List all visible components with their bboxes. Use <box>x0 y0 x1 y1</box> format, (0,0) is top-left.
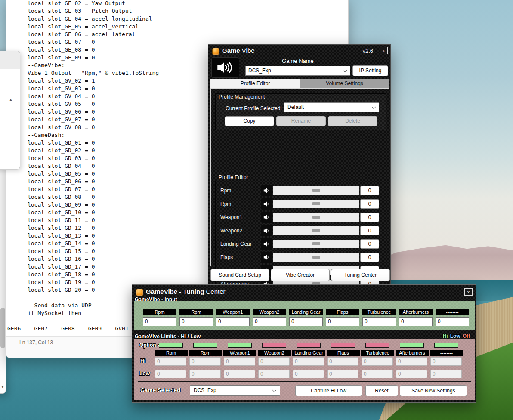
footer-button[interactable]: Sound Card Setup <box>210 269 269 281</box>
input-value-field[interactable]: 0 <box>179 317 213 326</box>
input-value-field[interactable]: 0 <box>362 317 396 326</box>
profile-dropdown[interactable]: Default <box>284 102 379 112</box>
volume-slider[interactable] <box>273 240 359 248</box>
row-value[interactable]: 0 <box>360 226 379 235</box>
hi-value-field[interactable]: 0 <box>258 357 290 366</box>
hi-value-field[interactable]: 0 <box>430 357 462 366</box>
row-value[interactable]: 0 <box>360 213 379 222</box>
hi-value-field[interactable]: 0 <box>224 357 255 366</box>
profile-editor-row: Landing Gear 0 <box>216 237 386 250</box>
mute-toggle[interactable] <box>261 198 272 210</box>
profile-action-button[interactable]: Copy <box>225 116 274 126</box>
mute-toggle[interactable] <box>261 238 272 250</box>
row-value[interactable]: 0 <box>360 253 379 262</box>
profile-buttons: Copy Rename Delete <box>225 116 377 126</box>
hi-value-field[interactable]: 0 <box>327 357 358 366</box>
slider-thumb[interactable] <box>312 256 320 259</box>
option-status-box[interactable] <box>400 343 424 348</box>
hi-value-field[interactable]: 0 <box>396 357 427 366</box>
column-header: Flaps <box>326 309 359 315</box>
mute-toggle[interactable] <box>261 185 272 196</box>
ip-setting-button[interactable]: IP Setting <box>352 65 388 76</box>
volume-slider[interactable] <box>273 253 359 262</box>
profile-action-button[interactable]: Delete <box>328 116 377 126</box>
slider-thumb[interactable] <box>312 229 320 232</box>
close-icon[interactable]: x <box>380 47 388 54</box>
hi-value-field[interactable]: 0 <box>189 357 221 366</box>
option-status-box[interactable] <box>262 343 286 348</box>
mute-toggle[interactable] <box>261 225 272 236</box>
hi-value-field[interactable]: 0 <box>155 357 186 366</box>
volume-slider[interactable] <box>273 213 359 222</box>
input-column: Rpm 0 <box>143 309 176 326</box>
input-value-field[interactable]: 0 <box>253 317 286 326</box>
option-status-box[interactable] <box>297 343 321 348</box>
hi-value-field[interactable]: 0 <box>362 357 393 366</box>
mute-toggle[interactable] <box>261 212 272 223</box>
limit-column: Landing Gear 0 0 <box>292 339 325 381</box>
input-value-field[interactable]: 0 <box>436 317 469 326</box>
column-header: Turbulence <box>361 350 394 356</box>
row-value[interactable]: 0 <box>360 239 379 249</box>
reset-button[interactable]: Reset <box>365 385 398 396</box>
column-header: Weapon2 <box>258 350 291 356</box>
column-header: Weapon1 <box>223 350 256 356</box>
low-value-field[interactable]: 0 <box>224 370 255 378</box>
profile-editor-row: Flaps 0 <box>216 250 386 264</box>
low-value-field[interactable]: 0 <box>293 370 324 378</box>
column-header: Flaps <box>327 350 360 356</box>
scroll-down-icon[interactable]: ▼ <box>1 385 4 389</box>
option-status-box[interactable] <box>228 343 252 348</box>
volume-slider[interactable] <box>273 186 359 195</box>
row-value[interactable]: 0 <box>360 186 379 195</box>
speaker-tile[interactable] <box>211 57 239 78</box>
low-value-field[interactable]: 0 <box>189 370 221 378</box>
input-value-field[interactable]: 0 <box>399 317 433 326</box>
low-value-field[interactable]: 0 <box>430 370 462 378</box>
option-status-box[interactable] <box>434 343 458 348</box>
row-value[interactable]: 0 <box>360 199 379 209</box>
game-name-label: Game Name <box>245 58 350 64</box>
mute-toggle[interactable] <box>261 252 272 263</box>
volume-slider[interactable] <box>273 226 359 235</box>
option-status-box[interactable] <box>193 343 217 348</box>
speaker-icon <box>263 188 270 194</box>
option-status-box[interactable] <box>159 343 183 348</box>
capture-hi-low-button[interactable]: Capture Hi Low <box>295 385 362 396</box>
background-window-panel: ▲ <box>0 51 20 170</box>
low-value-field[interactable]: 0 <box>258 370 290 378</box>
input-column: Flaps 0 <box>326 309 359 326</box>
slider-thumb[interactable] <box>312 242 320 245</box>
close-icon[interactable]: x <box>464 288 473 296</box>
input-column: Afterburners 0 <box>399 309 433 326</box>
slider-thumb[interactable] <box>312 216 320 219</box>
low-value-field[interactable]: 0 <box>396 370 427 378</box>
tab-profile-editor[interactable]: Profile Editor <box>210 79 300 88</box>
game-name-dropdown[interactable]: DCS_Exp <box>245 66 350 76</box>
slider-thumb[interactable] <box>312 202 320 205</box>
option-status-box[interactable] <box>331 343 355 348</box>
input-value-field[interactable]: 0 <box>326 317 359 326</box>
slider-thumb[interactable] <box>312 189 320 192</box>
scrollbar-thumb[interactable] <box>0 308 5 348</box>
low-value-field[interactable]: 0 <box>362 370 393 378</box>
tab-volume-settings[interactable]: Volume Settings <box>300 79 389 88</box>
profile-action-button[interactable]: Rename <box>276 116 326 126</box>
footer-button[interactable]: Tuning Center <box>331 269 390 281</box>
row-label: Weapon1 <box>220 214 261 220</box>
input-value-field[interactable]: 0 <box>216 317 250 326</box>
low-value-field[interactable]: 0 <box>327 370 358 378</box>
volume-slider[interactable] <box>273 200 359 208</box>
footer-button[interactable]: Vibe Creator <box>271 269 330 281</box>
low-value-field[interactable]: 0 <box>155 370 186 378</box>
profile-editor-row: Rpm 0 <box>216 197 386 210</box>
input-value-field[interactable]: 0 <box>289 317 323 326</box>
scroll-up-icon[interactable]: ▲ <box>9 98 12 102</box>
hi-value-field[interactable]: 0 <box>293 357 324 366</box>
input-value-field[interactable]: 0 <box>143 317 176 326</box>
window-title: Game Vibe <box>222 47 255 54</box>
game-selected-dropdown[interactable]: DCS_Exp <box>190 385 280 396</box>
save-new-settings-button[interactable]: Save New Settings <box>400 385 467 396</box>
option-status-box[interactable] <box>365 343 389 348</box>
column-header: Rpm <box>143 309 176 315</box>
